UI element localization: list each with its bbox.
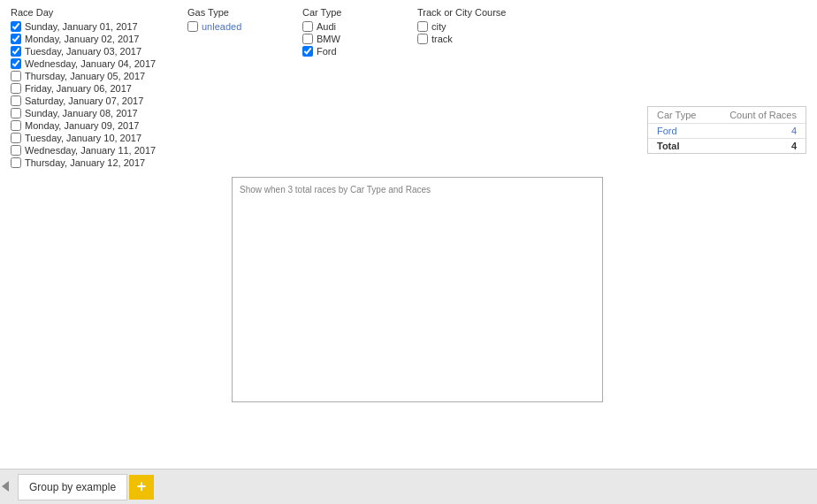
gas-type-check-0[interactable] xyxy=(187,21,198,32)
track-label-0: city xyxy=(431,21,447,32)
race-day-label-7: Sunday, January 08, 2017 xyxy=(25,108,138,118)
race-day-label-8: Monday, January 09, 2017 xyxy=(25,120,139,131)
race-day-item-9: Tuesday, January 10, 2017 xyxy=(11,133,161,143)
race-day-check-0[interactable] xyxy=(11,21,21,32)
gas-type-title: Gas Type xyxy=(187,7,276,18)
add-tab-button[interactable]: + xyxy=(129,475,154,500)
summary-row-ford: Ford 4 xyxy=(648,124,806,139)
race-day-check-10[interactable] xyxy=(11,145,21,156)
race-day-item-2: Tuesday, January 03, 2017 xyxy=(11,46,161,57)
race-day-item-6: Saturday, January 07, 2017 xyxy=(11,95,161,106)
car-type-check-2[interactable] xyxy=(302,46,313,57)
summary-header-count: Count of Races xyxy=(712,107,806,124)
main-area: Race Day Sunday, January 01, 2017 Monday… xyxy=(0,0,817,469)
summary-total-label: Total xyxy=(648,139,712,154)
summary-table: Car Type Count of Races Ford 4 Total 4 xyxy=(648,107,806,153)
car-type-filter: Car Type Audi BMW Ford xyxy=(302,7,391,170)
chart-area: Show when 3 total races by Car Type and … xyxy=(232,177,603,402)
left-arrow-icon[interactable] xyxy=(0,469,11,504)
race-day-item-7: Sunday, January 08, 2017 xyxy=(11,108,161,118)
race-day-item-0: Sunday, January 01, 2017 xyxy=(11,21,161,32)
car-type-title: Car Type xyxy=(302,7,391,18)
summary-table-container: Car Type Count of Races Ford 4 Total 4 xyxy=(647,106,806,154)
car-type-check-1[interactable] xyxy=(302,34,313,44)
bottom-bar: Group by example + xyxy=(0,469,817,504)
car-type-check-0[interactable] xyxy=(302,21,313,32)
race-day-check-6[interactable] xyxy=(11,95,21,106)
race-day-label-1: Monday, January 02, 2017 xyxy=(25,34,139,44)
tab-label: Group by example xyxy=(29,481,116,493)
race-day-check-2[interactable] xyxy=(11,46,21,57)
group-by-example-tab[interactable]: Group by example xyxy=(18,474,127,500)
gas-type-item-0: unleaded xyxy=(187,21,276,32)
race-day-item-11: Thursday, January 12, 2017 xyxy=(11,157,161,168)
race-day-filter: Race Day Sunday, January 01, 2017 Monday… xyxy=(11,7,161,170)
summary-count: 4 xyxy=(712,124,806,139)
race-day-label-5: Friday, January 06, 2017 xyxy=(25,83,132,94)
track-item-0: city xyxy=(417,21,541,32)
race-day-check-3[interactable] xyxy=(11,58,21,69)
gas-type-label-0: unleaded xyxy=(202,21,241,32)
race-day-label-4: Thursday, January 05, 2017 xyxy=(25,71,145,81)
race-day-label-10: Wednesday, January 11, 2017 xyxy=(25,145,156,156)
race-day-check-7[interactable] xyxy=(11,108,21,118)
track-filter: Track or City Course city track xyxy=(417,7,541,170)
race-day-check-8[interactable] xyxy=(11,120,21,131)
race-day-item-5: Friday, January 06, 2017 xyxy=(11,83,161,94)
race-day-check-11[interactable] xyxy=(11,157,21,168)
svg-marker-0 xyxy=(2,481,9,492)
race-day-label-3: Wednesday, January 04, 2017 xyxy=(25,58,156,69)
race-day-check-4[interactable] xyxy=(11,71,21,81)
race-day-item-4: Thursday, January 05, 2017 xyxy=(11,71,161,81)
race-day-label-9: Tuesday, January 10, 2017 xyxy=(25,133,141,143)
summary-header-car-type: Car Type xyxy=(648,107,712,124)
race-day-label-2: Tuesday, January 03, 2017 xyxy=(25,46,141,57)
track-title: Track or City Course xyxy=(417,7,541,18)
chart-placeholder-text: Show when 3 total races by Car Type and … xyxy=(240,185,431,195)
race-day-label-11: Thursday, January 12, 2017 xyxy=(25,157,145,168)
car-type-item-0: Audi xyxy=(302,21,391,32)
car-type-item-1: BMW xyxy=(302,34,391,44)
race-day-item-1: Monday, January 02, 2017 xyxy=(11,34,161,44)
summary-total-row: Total 4 xyxy=(648,139,806,154)
race-day-title: Race Day xyxy=(11,7,161,18)
gas-type-filter: Gas Type unleaded xyxy=(187,7,276,170)
car-type-label-0: Audi xyxy=(317,21,336,32)
race-day-check-1[interactable] xyxy=(11,34,21,44)
race-day-label-6: Saturday, January 07, 2017 xyxy=(25,95,143,106)
race-day-check-5[interactable] xyxy=(11,83,21,94)
car-type-label-2: Ford xyxy=(317,46,337,57)
track-item-1: track xyxy=(417,34,541,44)
track-check-0[interactable] xyxy=(417,21,428,32)
track-check-1[interactable] xyxy=(417,34,428,44)
race-day-item-10: Wednesday, January 11, 2017 xyxy=(11,145,161,156)
race-day-check-9[interactable] xyxy=(11,133,21,143)
summary-total-count: 4 xyxy=(712,139,806,154)
car-type-label-1: BMW xyxy=(317,34,340,44)
track-label-1: track xyxy=(431,34,453,44)
car-type-item-2: Ford xyxy=(302,46,391,57)
race-day-item-3: Wednesday, January 04, 2017 xyxy=(11,58,161,69)
summary-car-type: Ford xyxy=(648,124,712,139)
race-day-item-8: Monday, January 09, 2017 xyxy=(11,120,161,131)
race-day-label-0: Sunday, January 01, 2017 xyxy=(25,21,138,32)
